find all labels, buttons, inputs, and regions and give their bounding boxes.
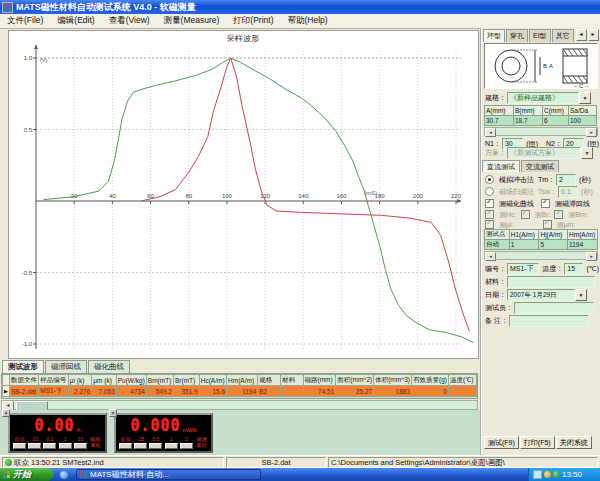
scroll-right-icon[interactable]: ▸ [586,252,597,261]
table-hscrollbar[interactable]: ◄ [1,400,478,410]
table-row[interactable]: 30.718.76100 [485,116,597,126]
range-option-button[interactable] [43,443,56,449]
tm-field[interactable]: 2 [556,174,576,186]
range-option-button[interactable] [119,443,132,449]
column-header[interactable]: μm (k) [92,375,116,386]
range-option-button[interactable] [134,443,147,449]
range-option-button[interactable] [28,443,41,449]
range-option: 0.1 [42,436,57,449]
range-option-button[interactable] [180,443,193,449]
tray-icon-2[interactable] [544,471,551,478]
range-option-button[interactable] [59,443,72,449]
shape-tab[interactable]: 穿孔 [506,29,528,42]
test-mode-tab[interactable]: 直流测试 [482,160,520,172]
column-header[interactable]: 样品编号 [39,375,68,386]
svg-text:140: 140 [298,193,309,199]
table-row[interactable]: ▶SB-2.datMS1-下2.2767.0534734549.2351.915… [3,386,477,397]
result-tab[interactable]: 测试波形 [2,360,44,373]
shape-tab[interactable]: EI型 [529,29,551,42]
title-bar: MATS磁性材料自动测试系统 V4.0 - 软磁测量 [0,0,600,14]
quick-launch-icon[interactable] [60,471,68,479]
chevron-down-icon[interactable]: ▼ [579,92,591,104]
column-header[interactable]: μi (k) [68,375,92,386]
range-option-label: 1 [58,436,73,442]
menu-item[interactable]: 打印(Print) [226,15,280,27]
sweep-method-radio[interactable] [485,187,494,196]
tab-scroll-right-icon[interactable]: ▸ [588,29,599,41]
range-label: 幅值量程 [88,436,103,449]
column-header[interactable]: 体积(mm^3) [374,375,412,386]
close-system-button[interactable]: 关闭系统 [556,436,592,449]
task-button[interactable]: MATS磁性材料·自动... [76,469,261,480]
range-option: .01 [27,436,42,449]
note-label: 备 注： [482,316,509,326]
column-header: B(mm) [514,106,543,116]
menu-item[interactable]: 编辑(Edit) [50,15,101,27]
menu-item[interactable]: 文件(File) [0,15,50,27]
scroll-left-icon[interactable]: ◂ [485,252,496,261]
mag-curve-checkbox[interactable] [485,199,494,208]
menu-item[interactable]: 帮助(Help) [280,15,334,27]
system-tray: 13:50 [528,468,600,481]
column-header[interactable]: 面积(mm^2) [336,375,374,386]
impulse-method-radio[interactable] [485,175,494,184]
close-icon[interactable]: × [109,409,117,417]
start-button[interactable]: 开始 [0,468,54,481]
column-header[interactable]: Pu(W/kg) [116,375,146,386]
range-option-label: 0.5 [148,436,163,442]
test-button[interactable]: 测试(F9) [484,436,519,449]
column-header: Sa/Da [569,106,597,116]
close-icon[interactable]: × [2,409,10,417]
range-option-button[interactable] [13,443,26,449]
test-mode-tab[interactable]: 交流测试 [521,160,559,172]
range-option-button[interactable] [165,443,178,449]
print-button[interactable]: 打印(F5) [520,436,555,449]
column-header[interactable]: 磁路(mm) [303,375,336,386]
chevron-down-icon[interactable]: ▼ [575,289,587,301]
tab-scroll-left-icon[interactable]: ◂ [576,29,587,41]
results-table[interactable]: 数据文件样品编号μi (k)μm (k)Pu(W/kg)Bm(mT)Br(mT)… [1,373,478,399]
spec-hscrollbar[interactable]: ◂ ▸ [484,127,598,136]
menu-item[interactable]: 查看(View) [102,15,157,27]
shape-tab[interactable]: 其它 [552,29,574,42]
table-row[interactable]: 自动151194 [485,240,598,250]
result-tab[interactable]: 磁滞回线 [45,360,87,373]
column-header[interactable]: 数据文件 [9,375,38,386]
spec-dropdown-value: 《新样品规格》 [507,92,579,104]
column-header[interactable]: Br(mT) [173,375,199,386]
test-mode-tabs: 直流测试交流测试 [482,159,600,172]
material-field[interactable] [507,276,595,288]
table-cell [448,386,476,397]
chevron-down-icon: ▼ [581,147,593,159]
column-header[interactable]: Hc(A/m) [199,375,226,386]
spec-label: 规格： [482,93,507,103]
scheme-label: 方案： [482,148,507,158]
hyst-loop-checkbox[interactable] [541,199,550,208]
svg-text:120: 120 [260,193,271,199]
column-header[interactable]: Bm(mT) [146,375,173,386]
temp-field[interactable]: 15 [564,263,583,275]
column-header[interactable]: Hm(A/m) [227,375,258,386]
menu-item[interactable]: 测量(Measure) [157,15,227,27]
sub-checkbox [485,220,494,229]
column-header[interactable]: 有效质量(g) [412,375,449,386]
scroll-right-icon[interactable]: ▸ [586,128,597,137]
tray-icon-1[interactable] [533,470,542,479]
shape-tab[interactable]: 环型 [483,29,505,42]
date-dropdown[interactable]: 2007年 1月29日 ▼ [507,289,587,301]
column-header[interactable]: 材料 [281,375,303,386]
column-header[interactable]: 规格 [258,375,281,386]
column-header[interactable]: 温度(℃) [448,375,476,386]
range-option-button[interactable] [149,443,162,449]
scroll-left-icon[interactable]: ◂ [485,128,496,137]
row-gutter-header [3,375,10,386]
note-field[interactable] [509,315,589,327]
range-option-button[interactable] [74,443,87,449]
spec-dropdown[interactable]: 《新样品规格》 ▼ [507,92,591,104]
tray-icon-3[interactable] [553,471,560,478]
sample-id-field[interactable]: MS1-下 [507,263,539,275]
tester-field[interactable] [514,302,594,314]
points-hscrollbar[interactable]: ◂ ▸ [484,251,598,260]
result-tab[interactable]: 磁化曲线 [88,360,130,373]
svg-text:80: 80 [185,193,192,199]
